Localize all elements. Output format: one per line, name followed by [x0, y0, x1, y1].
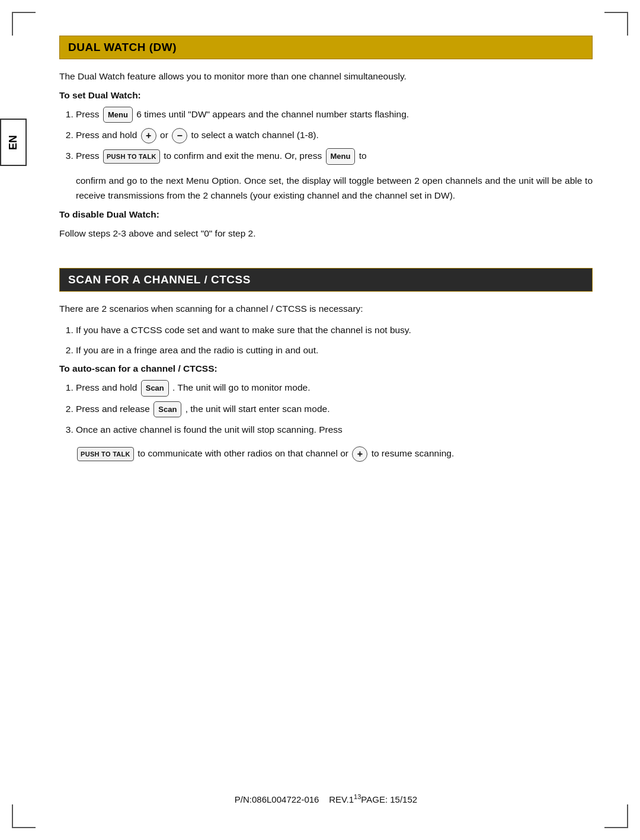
step2-connector: or [160, 130, 171, 140]
page: EN DUAL WATCH (DW) The Dual Watch featur… [0, 0, 640, 840]
menu-button-step3[interactable]: Menu [326, 148, 356, 164]
page-footer: P/N:086L004722-016 REV.113PAGE: 15/152 [59, 781, 593, 804]
auto-scan-step-1: Press and hold Scan . The unit will go t… [76, 380, 593, 397]
auto-scan-step-3: Once an active channel is found the unit… [76, 422, 593, 437]
corner-bl [12, 804, 36, 828]
part-number: P/N:086L004722-016 [235, 794, 319, 804]
auto-scan-heading: To auto-scan for a channel / CTCSS: [59, 363, 593, 374]
disable-dual-watch-text: Follow steps 2-3 above and select "0" fo… [59, 226, 593, 241]
step3-text-after: to [359, 151, 367, 161]
step2-text-after: to select a watch channel (1-8). [191, 130, 318, 140]
step-2: Press and hold + or − to select a watch … [76, 127, 593, 143]
auto-scan-step-2: Press and release Scan , the unit will s… [76, 401, 593, 418]
step3-continuation: confirm and go to the next Menu Option. … [76, 173, 593, 203]
auto-step1-before: Press and hold [76, 382, 140, 392]
dual-watch-section: DUAL WATCH (DW) The Dual Watch feature a… [59, 36, 593, 254]
auto-step1-after: . The unit will go to monitor mode. [172, 382, 310, 392]
main-content: DUAL WATCH (DW) The Dual Watch feature a… [59, 36, 593, 804]
step-3: Press PUSH TO TALK to confirm and exit t… [76, 148, 593, 165]
corner-tr [604, 12, 628, 36]
dual-watch-header: DUAL WATCH (DW) [59, 36, 593, 59]
auto-scan-steps: Press and hold Scan . The unit will go t… [76, 380, 593, 437]
revision: REV.113PAGE: 15/152 [329, 794, 417, 804]
push-to-talk-button-step3[interactable]: PUSH TO TALK [103, 149, 160, 164]
dual-watch-intro: The Dual Watch feature allows you to mon… [59, 69, 593, 84]
scenario-1: If you have a CTCSS code set and want to… [76, 322, 593, 338]
scan-button-step1[interactable]: Scan [141, 380, 169, 396]
scan-section: SCAN FOR A CHANNEL / CTCSS There are 2 s… [59, 268, 593, 467]
dual-watch-steps: Press Menu 6 times until "DW" appears an… [76, 107, 593, 165]
push-to-talk-button-scan[interactable]: PUSH TO TALK [77, 447, 134, 461]
step-1: Press Menu 6 times until "DW" appears an… [76, 107, 593, 123]
minus-button-step2[interactable]: − [172, 128, 187, 143]
auto-step3-after: to resume scanning. [372, 448, 455, 458]
corner-tl [12, 12, 36, 36]
scan-scenarios: If you have a CTCSS code set and want to… [76, 322, 593, 357]
step1-text-before: Press [76, 109, 102, 119]
auto-step2-after: , the unit will start enter scan mode. [185, 404, 330, 414]
disable-dual-watch-heading: To disable Dual Watch: [59, 209, 593, 220]
scenario-2: If you are in a fringe area and the radi… [76, 343, 593, 358]
corner-br [604, 804, 628, 828]
scan-intro: There are 2 scenarios when scanning for … [59, 301, 593, 317]
step3-text-mid: to confirm and exit the menu. Or, press [164, 151, 324, 161]
auto-step2-before: Press and release [76, 404, 152, 414]
set-dual-watch-heading: To set Dual Watch: [59, 90, 593, 101]
scan-button-step2[interactable]: Scan [153, 401, 181, 417]
auto-step3-mid: to communicate with other radios on that… [137, 448, 351, 458]
auto-step3-continuation: PUSH TO TALK to communicate with other r… [76, 446, 593, 462]
step1-text-after: 6 times until "DW" appears and the chann… [136, 109, 409, 119]
auto-step3-before: Once an active channel is found the unit… [76, 424, 343, 435]
plus-button-scan[interactable]: + [352, 446, 367, 462]
scan-header: SCAN FOR A CHANNEL / CTCSS [59, 268, 593, 292]
plus-button-step2[interactable]: + [141, 128, 156, 143]
step2-text-before: Press and hold [76, 130, 140, 140]
menu-button-step1[interactable]: Menu [103, 107, 133, 123]
step3-text-before: Press [76, 151, 102, 161]
language-tab: EN [0, 119, 27, 166]
page-superscript: 13 [354, 793, 361, 800]
